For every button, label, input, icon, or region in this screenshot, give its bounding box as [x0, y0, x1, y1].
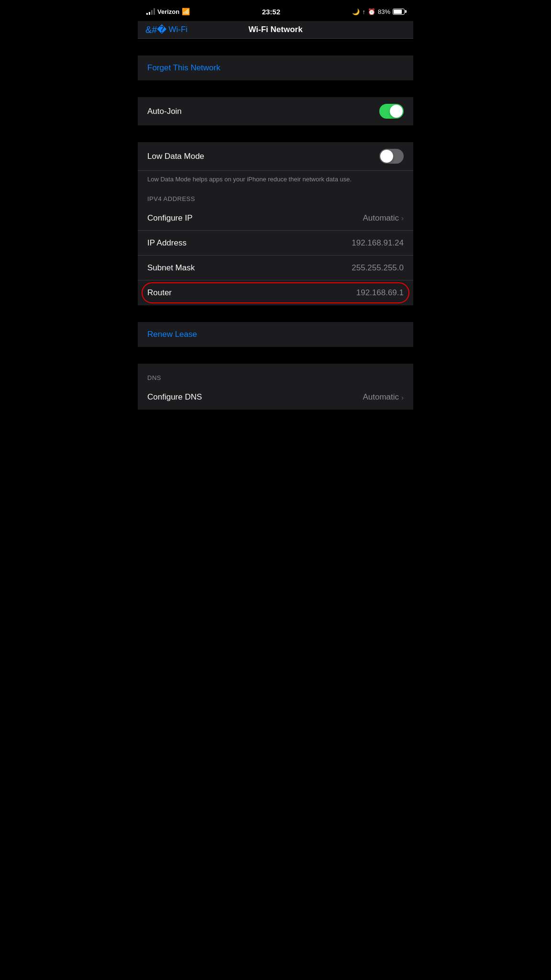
router-value: 192.168.69.1: [356, 288, 404, 298]
subnet-mask-row: Subnet Mask 255.255.255.0: [138, 256, 413, 280]
status-right: 🌙 ↑ ⏰ 83%: [352, 8, 405, 15]
toggle-knob: [390, 105, 403, 118]
section-gap-5: [138, 347, 413, 364]
router-row: Router 192.168.69.1: [138, 280, 413, 305]
nav-bar: &#� Wi-Fi Wi-Fi Network: [138, 21, 413, 39]
renew-lease-section: Renew Lease: [138, 322, 413, 347]
configure-dns-value: Automatic ›: [363, 392, 404, 402]
subnet-mask-label: Subnet Mask: [147, 263, 195, 273]
signal-icon: [146, 8, 155, 15]
back-label: Wi-Fi: [168, 25, 187, 34]
low-data-label: Low Data Mode: [147, 152, 204, 161]
chevron-right-dns-icon: ›: [401, 393, 404, 401]
subnet-mask-value: 255.255.255.0: [352, 263, 404, 273]
configure-dns-row[interactable]: Configure DNS Automatic ›: [138, 385, 413, 410]
wifi-icon: 📶: [182, 8, 190, 15]
configure-dns-label: Configure DNS: [147, 392, 202, 402]
page-title: Wi-Fi Network: [248, 25, 302, 34]
low-data-description-row: Low Data Mode helps apps on your iPhone …: [138, 171, 413, 190]
status-bar: Verizon 📶 23:52 🌙 ↑ ⏰ 83%: [138, 0, 413, 21]
moon-icon: 🌙: [352, 8, 360, 15]
configure-ip-row[interactable]: Configure IP Automatic ›: [138, 206, 413, 231]
router-label: Router: [147, 288, 172, 298]
ipv4-header-label: IPV4 ADDRESS: [147, 195, 195, 202]
low-data-toggle[interactable]: [379, 149, 404, 164]
auto-join-toggle[interactable]: [379, 104, 404, 119]
dns-section: DNS Configure DNS Automatic ›: [138, 364, 413, 410]
battery-icon: [393, 9, 405, 15]
battery-percent: 83%: [378, 8, 390, 15]
auto-join-label: Auto-Join: [147, 107, 182, 116]
toggle-knob-low: [380, 150, 393, 163]
ip-address-row: IP Address 192.168.91.24: [138, 231, 413, 256]
ip-address-value: 192.168.91.24: [352, 238, 404, 248]
configure-ip-value: Automatic ›: [363, 213, 404, 223]
section-gap-3: [138, 125, 413, 142]
low-data-section: Low Data Mode Low Data Mode helps apps o…: [138, 142, 413, 305]
auto-join-section: Auto-Join: [138, 97, 413, 125]
auto-join-row: Auto-Join: [138, 97, 413, 125]
renew-lease-row[interactable]: Renew Lease: [138, 322, 413, 347]
dns-header-row: DNS: [138, 364, 413, 385]
dns-header-label: DNS: [147, 374, 161, 381]
low-data-description: Low Data Mode helps apps on your iPhone …: [147, 176, 352, 183]
chevron-right-icon: ›: [401, 214, 404, 222]
configure-ip-label: Configure IP: [147, 213, 193, 223]
alarm-icon: ⏰: [368, 8, 375, 15]
section-gap-4: [138, 305, 413, 322]
carrier-label: Verizon: [157, 8, 179, 15]
back-button[interactable]: &#� Wi-Fi: [145, 25, 187, 34]
forget-network-row[interactable]: Forget This Network: [138, 56, 413, 80]
forget-network-section: Forget This Network: [138, 56, 413, 80]
status-left: Verizon 📶: [146, 8, 190, 15]
time-label: 23:52: [262, 8, 280, 16]
ip-address-label: IP Address: [147, 238, 187, 248]
section-gap-1: [138, 39, 413, 56]
section-gap-2: [138, 80, 413, 97]
ipv4-header-row: IPV4 ADDRESS: [138, 190, 413, 206]
renew-lease-label: Renew Lease: [147, 330, 197, 339]
chevron-left-icon: &#�: [145, 25, 167, 34]
forget-network-label: Forget This Network: [147, 63, 220, 72]
low-data-row: Low Data Mode: [138, 142, 413, 171]
location-icon: ↑: [362, 8, 365, 15]
